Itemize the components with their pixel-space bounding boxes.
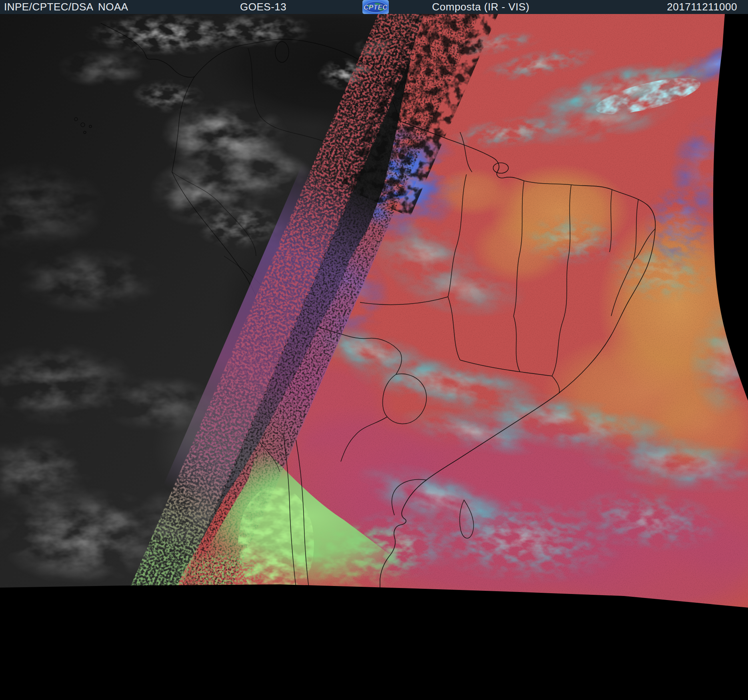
space-mask-bottom <box>0 584 748 700</box>
logo-text: CPTEC <box>364 4 388 11</box>
satellite-viewer: INPE/CPTEC/DSA NOAA GOES-13 CPTEC Compos… <box>0 0 748 700</box>
product-label: Composta (IR - VIS) <box>432 0 530 14</box>
timestamp-label: 201711211000 <box>667 0 737 14</box>
header-bar: INPE/CPTEC/DSA NOAA GOES-13 CPTEC Compos… <box>0 0 748 14</box>
agency-label: INPE/CPTEC/DSA <box>4 0 94 14</box>
noaa-label: NOAA <box>98 0 128 14</box>
satellite-label: GOES-13 <box>240 0 286 14</box>
cptec-logo: CPTEC <box>362 0 389 14</box>
satellite-composite-image <box>0 0 748 700</box>
